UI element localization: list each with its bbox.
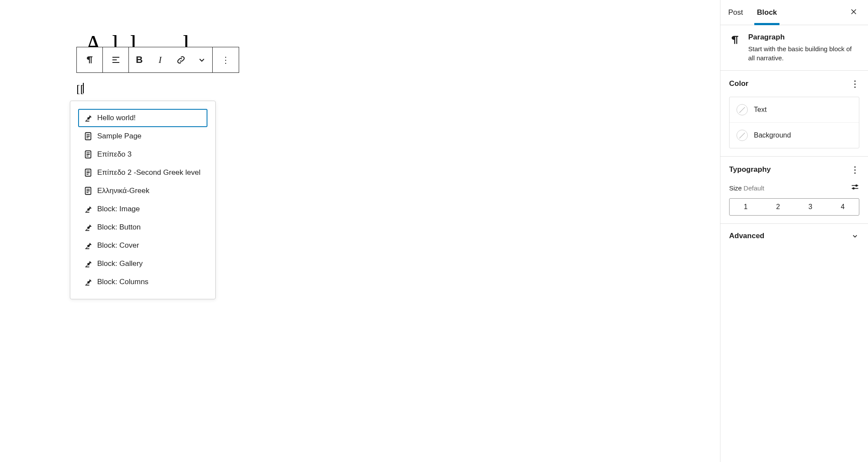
paragraph-icon (729, 34, 741, 46)
font-size-preset-2[interactable]: 2 (762, 199, 795, 215)
autocomplete-item[interactable]: Sample Page (78, 127, 207, 145)
autocomplete-item-label: Block: Button (97, 223, 141, 232)
align-left-icon (111, 55, 121, 65)
autocomplete-item[interactable]: Επίπεδο 3 (78, 145, 207, 164)
swatch-none-icon (736, 104, 748, 115)
autocomplete-item[interactable]: Block: Image (78, 200, 207, 218)
typography-panel: Typography Size Default 1 2 3 4 (720, 157, 868, 224)
autocomplete-item-label: Επίπεδο 3 (97, 150, 132, 159)
block-type-button[interactable] (77, 47, 103, 72)
block-toolbar: B I (76, 47, 239, 73)
typography-heading: Typography (729, 165, 771, 174)
autocomplete-item[interactable]: Επίπεδο 2 -Second Greek level (78, 164, 207, 182)
advanced-panel-toggle[interactable]: Advanced (720, 224, 868, 248)
link-icon (176, 55, 186, 65)
chevron-down-icon (851, 232, 859, 240)
autocomplete-item-label: Block: Columns (97, 278, 148, 286)
rich-text-group: B I (129, 47, 213, 72)
autocomplete-item-label: Hello world! (97, 114, 136, 122)
pin-icon (83, 223, 93, 232)
more-richtext-button[interactable] (191, 47, 212, 72)
pin-icon (83, 277, 93, 287)
pin-icon (83, 204, 93, 214)
settings-sidebar: Post Block Paragraph Start with the basi… (720, 0, 868, 462)
autocomplete-item-label: Επίπεδο 2 -Second Greek level (97, 168, 201, 177)
close-sidebar-button[interactable] (847, 4, 860, 21)
block-card-title: Paragraph (748, 33, 859, 42)
typography-panel-options[interactable] (851, 164, 859, 175)
editor-canvas: A l l . . l B I [[ (0, 0, 720, 462)
autocomplete-item[interactable]: Block: Gallery (78, 255, 207, 273)
block-options-button[interactable] (213, 47, 239, 72)
swatch-none-icon (736, 130, 748, 141)
autocomplete-item-label: Sample Page (97, 132, 141, 141)
font-size-label: Size Default (729, 184, 764, 192)
autocomplete-item-label: Block: Image (97, 205, 140, 213)
text-color-label: Text (754, 106, 766, 114)
font-size-presets: 1 2 3 4 (729, 198, 859, 216)
italic-button[interactable]: I (150, 47, 171, 72)
page-icon (83, 168, 93, 177)
background-color-label: Background (754, 131, 791, 139)
bold-button[interactable]: B (129, 47, 150, 72)
bold-icon: B (136, 54, 143, 66)
page-icon (83, 131, 93, 141)
autocomplete-item-label: Ελληνικά-Greek (97, 187, 149, 195)
page-icon (83, 150, 93, 159)
italic-icon: I (158, 54, 161, 66)
sliders-icon (851, 183, 859, 191)
align-text-button[interactable] (103, 47, 129, 72)
autocomplete-item[interactable]: Block: Cover (78, 236, 207, 255)
pin-icon (83, 259, 93, 269)
font-size-preset-4[interactable]: 4 (827, 199, 859, 215)
svg-point-5 (852, 187, 855, 190)
svg-point-4 (855, 184, 858, 187)
block-card-section: Paragraph Start with the basic building … (720, 25, 868, 71)
text-color-button[interactable]: Text (730, 97, 859, 123)
tab-block[interactable]: Block (757, 0, 785, 25)
font-size-preset-3[interactable]: 3 (794, 199, 827, 215)
tab-post[interactable]: Post (728, 0, 751, 25)
advanced-heading: Advanced (729, 232, 764, 240)
pin-icon (83, 241, 93, 250)
block-card-desc: Start with the basic building block of a… (748, 44, 859, 62)
pin-icon (83, 113, 93, 123)
autocomplete-item-label: Block: Cover (97, 241, 139, 250)
autocomplete-item[interactable]: Hello world! (78, 109, 207, 127)
paragraph-icon (85, 55, 95, 65)
color-panel-options[interactable] (851, 79, 859, 89)
close-icon (850, 8, 858, 16)
custom-size-toggle[interactable] (851, 183, 859, 193)
sidebar-tabs: Post Block (720, 0, 868, 25)
background-color-button[interactable]: Background (730, 123, 859, 148)
page-icon (83, 186, 93, 196)
chevron-down-icon (197, 55, 207, 65)
color-heading: Color (729, 79, 748, 88)
link-button[interactable] (171, 47, 191, 72)
color-panel: Color Text Background (720, 71, 868, 157)
autocomplete-item[interactable]: Ελληνικά-Greek (78, 182, 207, 200)
kebab-icon (221, 55, 230, 65)
autocomplete-item[interactable]: Block: Button (78, 218, 207, 236)
text-cursor (83, 83, 84, 93)
link-autocomplete-popover: Hello world! Sample Page Επίπεδο 3 Επίπε… (70, 101, 216, 299)
autocomplete-item[interactable]: Block: Columns (78, 273, 207, 291)
paragraph-block[interactable]: [[ (76, 82, 84, 95)
autocomplete-item-label: Block: Gallery (97, 259, 143, 268)
font-size-preset-1[interactable]: 1 (730, 199, 762, 215)
